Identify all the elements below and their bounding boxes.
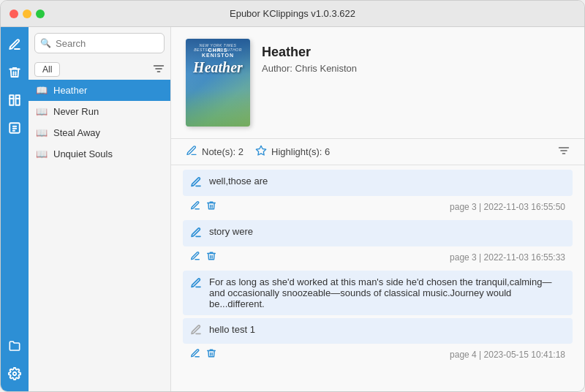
maximize-button[interactable]	[36, 10, 45, 18]
clipping-group-1: well,those are page 3 | 2022-11-03 16:55…	[183, 170, 573, 216]
highlight-icon-1	[190, 176, 202, 190]
gear-icon[interactable]	[4, 363, 25, 384]
clipping-meta-1: page 3 | 2022-11-03 16:55:50	[450, 202, 565, 212]
clipping-text-row-2: story were	[183, 220, 573, 246]
book-item-label-never-run: Never Run	[53, 106, 99, 117]
clipping-text-2: story were	[209, 226, 565, 237]
book-item-heather[interactable]: 📖 Heather	[29, 80, 170, 101]
clipping-group-3: For as long as she'd worked at this man'…	[183, 271, 573, 315]
clipping-text-row-1: well,those are	[183, 170, 573, 196]
highlight-icon-2	[190, 227, 202, 241]
left-panel: 🔍 All 📖 Heather 📖 Never Run 📖	[29, 27, 171, 391]
note-icon-4	[190, 324, 202, 338]
clipping-text-3: For as long as she'd worked at this man'…	[209, 276, 565, 309]
book-list: 📖 Heather 📖 Never Run 📖 Steal Away 📖 Unq…	[29, 80, 170, 391]
notes-count: Note(s): 2	[202, 146, 244, 157]
book-item-label-heather: Heather	[53, 85, 87, 96]
edit-icon[interactable]	[4, 118, 25, 138]
book-cover: NEW YORK TIMES BESTSELLING AUTHOR CHRISK…	[186, 39, 250, 127]
filter-row: All	[29, 59, 170, 80]
stats-filter-icon[interactable]	[558, 146, 570, 158]
note-text-4: hello test 1	[209, 324, 565, 335]
book-header: NEW YORK TIMES BESTSELLING AUTHOR CHRISK…	[171, 27, 584, 138]
book-item-icon-never-run: 📖	[36, 106, 48, 117]
book-author: Author: Chris Keniston	[262, 63, 357, 74]
stats-bar: Note(s): 2 Highlight(s): 6	[171, 138, 584, 165]
search-wrapper: 🔍	[34, 33, 165, 53]
clipping-meta-row-1: page 3 | 2022-11-03 16:55:50	[183, 197, 573, 216]
book-item-icon-steal-away: 📖	[36, 127, 48, 138]
highlights-icon	[255, 145, 267, 159]
clipping-group-4: hello test 1 page 4 | 2023-05-15 10:41:1…	[183, 318, 573, 363]
note-text-row-4: hello test 1	[183, 318, 573, 344]
edit-action-4[interactable]	[190, 348, 200, 361]
svg-rect-0	[10, 95, 13, 105]
icon-sidebar-bottom	[4, 336, 25, 384]
clipping-meta-row-2: page 3 | 2022-11-03 16:55:33	[183, 248, 573, 266]
book-item-icon-heather: 📖	[36, 85, 48, 96]
delete-action-4[interactable]	[206, 348, 216, 361]
notes-stat: Note(s): 2	[186, 145, 244, 159]
icon-sidebar	[1, 27, 29, 391]
filter-icon[interactable]	[153, 64, 165, 76]
note-meta-4: page 4 | 2023-05-15 10:41:18	[450, 350, 565, 360]
book-title: Heather	[262, 45, 357, 60]
window-controls	[10, 10, 45, 18]
edit-action-2[interactable]	[190, 251, 200, 263]
highlight-icon-3	[190, 277, 202, 291]
clipping-group-2: story were page 3 | 2022-11-03 16:55:33	[183, 220, 573, 266]
cover-title: Heather	[193, 59, 243, 76]
delete-action-1[interactable]	[206, 200, 216, 213]
clipping-text-row-3: For as long as she'd worked at this man'…	[183, 271, 573, 315]
clipping-meta-2: page 3 | 2022-11-03 16:55:33	[450, 252, 565, 263]
book-item-unquiet-souls[interactable]: 📖 Unquiet Souls	[29, 143, 170, 165]
book-item-label-unquiet-souls: Unquiet Souls	[53, 148, 113, 159]
book-item-never-run[interactable]: 📖 Never Run	[29, 101, 170, 122]
book-item-icon-unquiet-souls: 📖	[36, 148, 48, 159]
minimize-button[interactable]	[23, 10, 31, 18]
book-item-steal-away[interactable]: 📖 Steal Away	[29, 122, 170, 143]
cover-author-name: CHRISKENISTON	[202, 48, 234, 58]
note-meta-row-4: page 4 | 2023-05-15 10:41:18	[183, 345, 573, 363]
folder-icon[interactable]	[4, 336, 25, 356]
app-title: Epubor KClippings v1.0.3.622	[230, 8, 355, 19]
filter-all-button[interactable]: All	[34, 62, 60, 77]
notes-icon	[186, 145, 197, 159]
book-item-label-steal-away: Steal Away	[53, 127, 100, 138]
right-panel: NEW YORK TIMES BESTSELLING AUTHOR CHRISK…	[171, 27, 584, 391]
main-layout: 🔍 All 📖 Heather 📖 Never Run 📖	[1, 27, 584, 391]
svg-marker-12	[256, 146, 265, 155]
svg-rect-1	[16, 95, 20, 105]
clippings-list: well,those are page 3 | 2022-11-03 16:55…	[171, 165, 584, 391]
titlebar: Epubor KClippings v1.0.3.622	[1, 1, 584, 27]
close-button[interactable]	[10, 10, 18, 18]
svg-point-8	[13, 372, 17, 376]
highlights-count: Highlight(s): 6	[271, 146, 330, 157]
highlights-stat: Highlight(s): 6	[255, 145, 330, 159]
search-input[interactable]	[34, 33, 165, 53]
pen-icon[interactable]	[4, 34, 25, 55]
book-info: Heather Author: Chris Keniston	[262, 39, 357, 74]
trash-icon[interactable]	[4, 62, 25, 83]
delete-action-2[interactable]	[206, 251, 216, 263]
books-icon[interactable]	[4, 90, 25, 110]
edit-action-1[interactable]	[190, 200, 200, 213]
search-container: 🔍	[29, 27, 170, 59]
clipping-text-1: well,those are	[209, 176, 565, 186]
